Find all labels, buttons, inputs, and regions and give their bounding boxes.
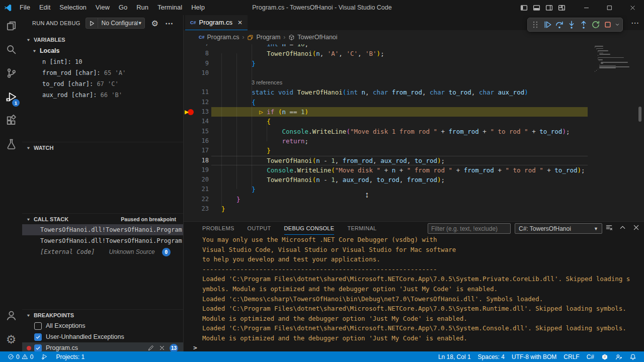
code-line-7[interactable]: 7 int n = 10;	[184, 44, 644, 49]
breadcrumb-item[interactable]: Program	[247, 34, 280, 41]
menu-selection[interactable]: Selection	[55, 2, 91, 13]
code-line-20[interactable]: 20 TowerOfHanoi(n - 1, aux_rod, to_rod, …	[184, 175, 644, 185]
menu-run[interactable]: Run	[132, 2, 153, 13]
line-number[interactable]: 16	[184, 136, 209, 146]
status-encoding[interactable]: UTF-8 with BOM	[508, 351, 560, 362]
breadcrumb-item[interactable]: C#Program.cs	[199, 34, 239, 41]
watch-section-header[interactable]: ▼ WATCH	[22, 142, 183, 153]
panel-tab-output[interactable]: OUTPUT	[248, 222, 271, 235]
views-more-actions[interactable]: ⋯	[165, 19, 173, 28]
start-debug-button[interactable]	[86, 18, 98, 28]
toggle-sidebar-icon[interactable]	[520, 4, 528, 12]
status-notifications[interactable]	[626, 351, 640, 362]
status-cursor-position[interactable]: Ln 18, Col 1	[435, 351, 474, 362]
line-number[interactable]: 19	[184, 165, 209, 175]
code-line-19[interactable]: 19 Console.WriteLine("Move disk " + n + …	[184, 165, 644, 175]
line-number[interactable]: 12	[184, 98, 209, 107]
stop-icon[interactable]	[602, 19, 614, 31]
variable-row[interactable]: n [int]: 10	[22, 56, 183, 67]
debug-settings-gear-icon[interactable]: ⚙	[151, 19, 158, 28]
code-line-22[interactable]: 22 }	[184, 195, 644, 204]
code-line-17[interactable]: 17 }	[184, 146, 644, 155]
code-line-16[interactable]: 16 return;	[184, 136, 644, 146]
activity-item-explorer[interactable]	[0, 15, 22, 38]
line-number[interactable]: 20	[184, 175, 209, 185]
code-line-8[interactable]: 8 TowerOfHanoi(n, 'A', 'C', 'B');	[184, 49, 644, 58]
breakpoints-section-header[interactable]: ▼ BREAKPOINTS	[22, 309, 183, 320]
console-prompt[interactable]: >	[193, 344, 197, 351]
activity-item-testing[interactable]	[0, 133, 22, 156]
breadcrumb-item[interactable]: TowerOfHanoi	[288, 34, 337, 41]
debug-session-dropdown[interactable]: C#: TowersOfHanoi ▼	[515, 223, 602, 234]
activity-item-accounts[interactable]	[0, 305, 22, 328]
line-number[interactable]: 23	[184, 204, 209, 214]
scrollbar-thumb[interactable]	[638, 107, 641, 122]
status-language-mode[interactable]: C#	[583, 351, 598, 362]
line-number[interactable]: 14	[184, 117, 209, 126]
code-line-13[interactable]: ▶13 ▷if (n == 1)	[184, 107, 644, 117]
panel-tab-debug-console[interactable]: DEBUG CONSOLE	[284, 222, 335, 235]
breakpoint-row[interactable]: All Exceptions	[22, 320, 183, 331]
breakpoint-checkbox[interactable]	[34, 322, 42, 330]
minimize-button[interactable]	[575, 0, 598, 15]
status-indentation[interactable]: Spaces: 4	[474, 351, 508, 362]
activity-item-run-and-debug[interactable]: 1	[0, 86, 22, 109]
menu-go[interactable]: Go	[114, 2, 132, 13]
variables-section-header[interactable]: ▼ VARIABLES	[22, 34, 183, 45]
line-number[interactable]: 18	[184, 156, 209, 165]
code-line-18[interactable]: 18 TowerOfHanoi(n - 1, from_rod, aux_rod…	[184, 156, 644, 165]
status-projects[interactable]: Projects: 1	[52, 351, 88, 362]
continue-icon[interactable]	[541, 19, 553, 31]
console-filter-input[interactable]	[428, 223, 511, 234]
debug-console-output[interactable]: You may only use the Microsoft .NET Core…	[184, 235, 644, 352]
line-number[interactable]: 8	[184, 49, 209, 58]
code-line-9[interactable]: 9 }	[184, 59, 644, 68]
step-into-icon[interactable]	[566, 19, 578, 31]
variable-row[interactable]: to_rod [char]: 67 'C'	[22, 78, 183, 89]
call-stack-section-header[interactable]: ▼ CALL STACK Paused on breakpoint	[22, 213, 183, 224]
line-number[interactable]: 15	[184, 127, 209, 136]
breakpoint-row[interactable]: User-Unhandled Exceptions	[22, 331, 183, 342]
menu-help[interactable]: Help	[187, 2, 209, 13]
status-problems[interactable]: 00	[4, 351, 37, 362]
panel-tab-terminal[interactable]: TERMINAL	[347, 222, 376, 235]
edit-icon[interactable]	[147, 344, 154, 351]
call-stack-frame[interactable]: TowersOfHanoi.dll!TowersOfHanoi.Program.…	[22, 224, 183, 235]
code-line-12[interactable]: 12 {	[184, 98, 644, 107]
tab-program-cs[interactable]: C# Program.cs ✕	[185, 15, 248, 30]
status-debug-launch[interactable]	[38, 351, 51, 362]
menu-file[interactable]: File	[15, 2, 35, 13]
call-stack-frame[interactable]: TowersOfHanoi.dll!TowersOfHanoi.Program.…	[22, 235, 183, 246]
close-panel-icon[interactable]	[632, 224, 640, 233]
code-line-23[interactable]: 23}	[184, 204, 644, 214]
variable-row[interactable]: aux_rod [char]: 66 'B'	[22, 89, 183, 101]
code-line-10[interactable]: 10	[184, 68, 644, 78]
chevron-down-icon[interactable]	[614, 19, 621, 31]
activity-item-search[interactable]	[0, 39, 22, 62]
panel-tab-problems[interactable]: PROBLEMS	[202, 222, 234, 235]
code-line-15[interactable]: 15 Console.WriteLine("Move disk 1 from r…	[184, 127, 644, 136]
status-feedback[interactable]	[612, 351, 626, 362]
code-lens[interactable]: 3 references	[184, 78, 644, 87]
code-line-21[interactable]: 21 }	[184, 185, 644, 194]
variable-row[interactable]: from_rod [char]: 65 'A'	[22, 67, 183, 78]
step-over-icon[interactable]	[553, 19, 566, 31]
clear-console-icon[interactable]	[605, 224, 613, 233]
restart-icon[interactable]	[590, 19, 602, 31]
code-line-14[interactable]: 14 {	[184, 117, 644, 126]
menu-terminal[interactable]: Terminal	[153, 2, 187, 13]
close-button[interactable]	[621, 0, 644, 15]
code-editor[interactable]: 7 int n = 10;8 TowerOfHanoi(n, 'A', 'C',…	[184, 44, 644, 221]
status-csdevkit[interactable]: #	[598, 351, 612, 362]
breakpoint-checkbox[interactable]	[34, 333, 42, 341]
tab-close-icon[interactable]: ✕	[237, 19, 243, 26]
step-out-icon[interactable]	[578, 19, 590, 31]
close-small-icon[interactable]	[158, 344, 166, 351]
toggle-secondary-sidebar-icon[interactable]	[545, 4, 553, 12]
maximize-button[interactable]	[598, 0, 621, 15]
variables-scope-locals[interactable]: ▼ Locals	[22, 45, 183, 56]
line-number[interactable]: 7	[184, 44, 209, 49]
line-number[interactable]: 11	[184, 87, 209, 97]
line-number[interactable]: 21	[184, 185, 209, 194]
call-stack-frame[interactable]: [External Code]Unknown Source0	[22, 246, 183, 257]
